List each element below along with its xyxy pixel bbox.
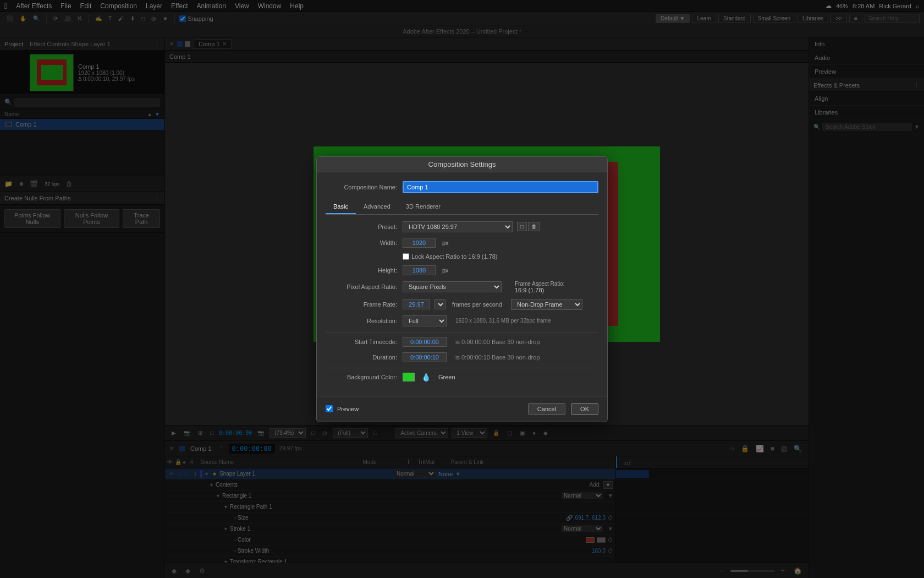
preset-icon-btns: □ 🗑 [517, 222, 540, 231]
start-timecode-row: Start Timecode: is 0:00:00:00 Base 30 no… [326, 337, 598, 347]
cancel-button[interactable]: Cancel [528, 403, 565, 415]
comp-name-label: Composition Name: [326, 184, 397, 190]
resolution-group: Full Half Third Quarter 1920 x 1080, 31.… [403, 315, 551, 326]
duration-group: is 0:00:00:10 Base 30 non-drop [403, 352, 540, 362]
modal-title: Composition Settings [428, 160, 496, 168]
eyedropper-icon[interactable]: 💧 [421, 373, 431, 381]
preset-select[interactable]: HDTV 1080 29.97 [403, 221, 513, 232]
bg-color-row: Background Color: 💧 Green [326, 373, 598, 381]
start-timecode-label: Start Timecode: [326, 339, 397, 345]
bg-color-group: 💧 Green [403, 373, 455, 381]
pixel-aspect-label: Pixel Aspect Ratio: [326, 283, 397, 290]
bg-color-name: Green [438, 374, 455, 380]
modal-tab-3d[interactable]: 3D Renderer [398, 200, 448, 214]
modal-tab-advanced[interactable]: Advanced [356, 200, 398, 214]
pixel-aspect-row: Pixel Aspect Ratio: Square Pixels Frame … [326, 281, 598, 293]
width-input[interactable] [403, 238, 436, 248]
width-label: Width: [326, 239, 397, 246]
pixel-aspect-group: Square Pixels Frame Aspect Ratio: 16:9 (… [403, 281, 565, 293]
width-row: Width: px [326, 238, 598, 248]
bg-color-label: Background Color: [326, 374, 397, 380]
preset-icon-btn-1[interactable]: □ [517, 222, 527, 231]
resolution-row: Resolution: Full Half Third Quarter 1920… [326, 315, 598, 326]
fps-dropdown[interactable] [435, 299, 446, 309]
preset-value-group: HDTV 1080 29.97 □ 🗑 [403, 221, 540, 232]
frame-rate-label: Frame Rate: [326, 301, 397, 308]
modal-tab-basic[interactable]: Basic [326, 200, 356, 214]
modal-divider-2 [326, 368, 598, 368]
modal-footer: Preview Cancel OK [317, 396, 607, 422]
modal-footer-left: Preview [326, 405, 359, 412]
preset-label: Preset: [326, 223, 397, 230]
frame-rate-group: frames per second Non-Drop Frame Drop Fr… [403, 299, 582, 310]
duration-input[interactable] [403, 352, 447, 362]
preset-delete-btn[interactable]: 🗑 [528, 222, 540, 231]
resolution-info: 1920 x 1080, 31.6 MB per 32bpc frame [455, 318, 551, 324]
bg-color-swatch[interactable] [403, 373, 415, 381]
start-timecode-input[interactable] [403, 337, 447, 347]
lock-aspect-checkbox[interactable] [403, 253, 409, 260]
pixel-aspect-select[interactable]: Square Pixels [403, 281, 502, 292]
resolution-label: Resolution: [326, 318, 397, 324]
modal-tabs: Basic Advanced 3D Renderer [326, 200, 598, 215]
resolution-select[interactable]: Full Half Third Quarter [403, 315, 447, 326]
frame-aspect-label: Frame Aspect Ratio: [515, 281, 565, 287]
fps-unit: frames per second [452, 301, 502, 308]
modal-body: Composition Name: Basic Advanced 3D Rend… [317, 172, 607, 396]
frame-aspect-value: 16:9 (1.78) [515, 287, 565, 293]
modal-footer-right: Cancel OK [528, 403, 598, 415]
drop-frame-select[interactable]: Non-Drop Frame Drop Frame [511, 299, 582, 310]
height-row: Height: px [326, 265, 598, 275]
frame-rate-row: Frame Rate: frames per second Non-Drop F… [326, 299, 598, 310]
frame-aspect-area: Frame Aspect Ratio: 16:9 (1.78) [515, 281, 565, 293]
start-timecode-info: is 0:00:00:00 Base 30 non-drop [455, 339, 540, 345]
lock-aspect-label: Lock Aspect Ratio to 16:9 (1.78) [411, 253, 498, 260]
comp-name-input[interactable] [403, 181, 598, 193]
frame-rate-input[interactable] [403, 299, 430, 309]
height-input[interactable] [403, 265, 436, 275]
duration-label: Duration: [326, 354, 397, 361]
height-label: Height: [326, 267, 397, 274]
width-unit: px [442, 239, 449, 246]
preview-checkbox[interactable] [326, 405, 333, 412]
duration-info: is 0:00:00:10 Base 30 non-drop [455, 354, 540, 361]
modal-title-bar: Composition Settings [317, 157, 607, 172]
width-group: px [403, 238, 449, 248]
lock-aspect-row: Lock Aspect Ratio to 16:9 (1.78) [403, 253, 598, 260]
height-group: px [403, 265, 449, 275]
comp-name-field: Composition Name: [326, 181, 598, 193]
modal-overlay: Composition Settings Composition Name: B… [0, 0, 924, 578]
start-timecode-group: is 0:00:00:00 Base 30 non-drop [403, 337, 540, 347]
preview-label: Preview [337, 406, 359, 412]
preset-row: Preset: HDTV 1080 29.97 □ 🗑 [326, 221, 598, 232]
modal-divider-1 [326, 332, 598, 332]
duration-row: Duration: is 0:00:00:10 Base 30 non-drop [326, 352, 598, 362]
height-unit: px [442, 267, 449, 274]
ok-button[interactable]: OK [571, 403, 598, 415]
composition-settings-modal: Composition Settings Composition Name: B… [316, 156, 608, 422]
